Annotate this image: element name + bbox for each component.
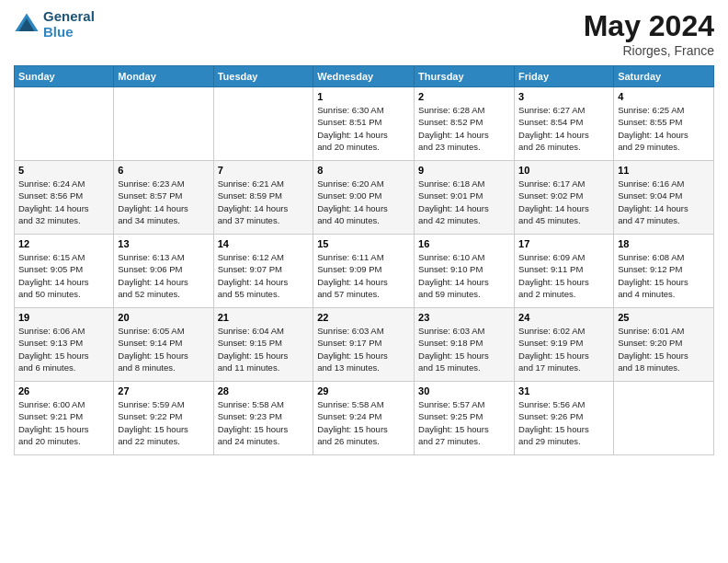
calendar-cell: 25Sunrise: 6:01 AM Sunset: 9:20 PM Dayli…: [614, 308, 714, 382]
calendar-container: General Blue May 2024 Riorges, France Su…: [0, 0, 728, 563]
logo: General Blue: [14, 9, 95, 40]
day-info: Sunrise: 6:18 AM Sunset: 9:01 PM Dayligh…: [418, 178, 510, 226]
day-info: Sunrise: 6:09 AM Sunset: 9:11 PM Dayligh…: [518, 251, 609, 300]
day-number: 30: [418, 385, 510, 396]
calendar-cell: 1Sunrise: 6:30 AM Sunset: 8:51 PM Daylig…: [313, 87, 415, 161]
day-info: Sunrise: 5:56 AM Sunset: 9:26 PM Dayligh…: [518, 398, 609, 447]
day-info: Sunrise: 6:00 AM Sunset: 9:21 PM Dayligh…: [18, 398, 109, 447]
calendar-cell: 29Sunrise: 5:58 AM Sunset: 9:24 PM Dayli…: [313, 382, 415, 455]
day-info: Sunrise: 6:15 AM Sunset: 9:05 PM Dayligh…: [18, 251, 109, 300]
day-number: 12: [18, 238, 109, 249]
calendar-cell: 9Sunrise: 6:18 AM Sunset: 9:01 PM Daylig…: [415, 161, 515, 235]
calendar-cell: 13Sunrise: 6:13 AM Sunset: 9:06 PM Dayli…: [114, 235, 213, 308]
day-info: Sunrise: 6:21 AM Sunset: 8:59 PM Dayligh…: [218, 178, 310, 226]
day-number: 23: [418, 312, 510, 323]
weekday-header-row: SundayMondayTuesdayWednesdayThursdayFrid…: [15, 66, 714, 87]
day-info: Sunrise: 5:58 AM Sunset: 9:24 PM Dayligh…: [317, 398, 410, 447]
day-info: Sunrise: 6:24 AM Sunset: 8:56 PM Dayligh…: [18, 178, 109, 226]
day-number: 1: [317, 91, 410, 102]
calendar-week-2: 5Sunrise: 6:24 AM Sunset: 8:56 PM Daylig…: [15, 161, 714, 235]
calendar-cell: 15Sunrise: 6:11 AM Sunset: 9:09 PM Dayli…: [313, 235, 415, 308]
day-number: 10: [518, 165, 609, 176]
day-number: 18: [618, 238, 710, 249]
calendar-cell: 21Sunrise: 6:04 AM Sunset: 9:15 PM Dayli…: [213, 308, 313, 382]
day-number: 8: [317, 165, 410, 176]
day-number: 11: [618, 165, 710, 176]
day-number: 2: [418, 91, 510, 102]
day-info: Sunrise: 5:59 AM Sunset: 9:22 PM Dayligh…: [118, 398, 209, 447]
day-number: 20: [118, 312, 209, 323]
weekday-header-monday: Monday: [114, 66, 213, 87]
day-number: 26: [18, 385, 109, 396]
day-info: Sunrise: 6:03 AM Sunset: 9:18 PM Dayligh…: [418, 325, 510, 373]
calendar-cell: 27Sunrise: 5:59 AM Sunset: 9:22 PM Dayli…: [114, 382, 213, 455]
day-info: Sunrise: 5:57 AM Sunset: 9:25 PM Dayligh…: [418, 398, 510, 447]
day-info: Sunrise: 6:11 AM Sunset: 9:09 PM Dayligh…: [317, 251, 410, 300]
day-number: 9: [418, 165, 510, 176]
calendar-cell: 3Sunrise: 6:27 AM Sunset: 8:54 PM Daylig…: [515, 87, 614, 161]
day-info: Sunrise: 6:06 AM Sunset: 9:13 PM Dayligh…: [18, 325, 109, 373]
day-info: Sunrise: 6:01 AM Sunset: 9:20 PM Dayligh…: [618, 325, 710, 373]
day-info: Sunrise: 6:16 AM Sunset: 9:04 PM Dayligh…: [618, 178, 710, 226]
day-number: 24: [518, 312, 609, 323]
day-number: 16: [418, 238, 510, 249]
day-number: 19: [18, 312, 109, 323]
calendar-cell: 7Sunrise: 6:21 AM Sunset: 8:59 PM Daylig…: [213, 161, 313, 235]
weekday-header-tuesday: Tuesday: [213, 66, 313, 87]
day-info: Sunrise: 6:12 AM Sunset: 9:07 PM Dayligh…: [218, 251, 310, 300]
day-number: 5: [18, 165, 109, 176]
calendar-week-4: 19Sunrise: 6:06 AM Sunset: 9:13 PM Dayli…: [15, 308, 714, 382]
day-number: 25: [618, 312, 710, 323]
day-info: Sunrise: 6:27 AM Sunset: 8:54 PM Dayligh…: [518, 104, 609, 153]
day-info: Sunrise: 6:20 AM Sunset: 9:00 PM Dayligh…: [317, 178, 410, 226]
day-number: 31: [518, 385, 609, 396]
logo-line2: Blue: [43, 25, 95, 40]
calendar-week-1: 1Sunrise: 6:30 AM Sunset: 8:51 PM Daylig…: [15, 87, 714, 161]
weekday-header-sunday: Sunday: [15, 66, 114, 87]
weekday-header-wednesday: Wednesday: [313, 66, 415, 87]
day-number: 29: [317, 385, 410, 396]
day-info: Sunrise: 6:10 AM Sunset: 9:10 PM Dayligh…: [418, 251, 510, 300]
day-number: 27: [118, 385, 209, 396]
day-number: 15: [317, 238, 410, 249]
calendar-cell: 5Sunrise: 6:24 AM Sunset: 8:56 PM Daylig…: [15, 161, 114, 235]
calendar-cell: 14Sunrise: 6:12 AM Sunset: 9:07 PM Dayli…: [213, 235, 313, 308]
day-info: Sunrise: 6:17 AM Sunset: 9:02 PM Dayligh…: [518, 178, 609, 226]
calendar-cell: 22Sunrise: 6:03 AM Sunset: 9:17 PM Dayli…: [313, 308, 415, 382]
calendar-cell: [614, 382, 714, 455]
calendar-cell: 11Sunrise: 6:16 AM Sunset: 9:04 PM Dayli…: [614, 161, 714, 235]
day-number: 17: [518, 238, 609, 249]
day-number: 7: [218, 165, 310, 176]
day-number: 22: [317, 312, 410, 323]
day-info: Sunrise: 6:13 AM Sunset: 9:06 PM Dayligh…: [118, 251, 209, 300]
day-info: Sunrise: 6:30 AM Sunset: 8:51 PM Dayligh…: [317, 104, 410, 153]
calendar-week-3: 12Sunrise: 6:15 AM Sunset: 9:05 PM Dayli…: [15, 235, 714, 308]
day-number: 4: [618, 91, 710, 102]
day-info: Sunrise: 6:28 AM Sunset: 8:52 PM Dayligh…: [418, 104, 510, 153]
calendar-cell: [213, 87, 313, 161]
title-block: May 2024 Riorges, France: [584, 9, 714, 58]
day-info: Sunrise: 6:25 AM Sunset: 8:55 PM Dayligh…: [618, 104, 710, 153]
calendar-cell: 17Sunrise: 6:09 AM Sunset: 9:11 PM Dayli…: [515, 235, 614, 308]
day-number: 28: [218, 385, 310, 396]
calendar-cell: 30Sunrise: 5:57 AM Sunset: 9:25 PM Dayli…: [415, 382, 515, 455]
calendar-cell: 16Sunrise: 6:10 AM Sunset: 9:10 PM Dayli…: [415, 235, 515, 308]
calendar-cell: 23Sunrise: 6:03 AM Sunset: 9:18 PM Dayli…: [415, 308, 515, 382]
day-number: 14: [218, 238, 310, 249]
weekday-header-saturday: Saturday: [614, 66, 714, 87]
logo-line1: General: [43, 9, 95, 25]
month-title: May 2024: [584, 9, 714, 43]
calendar-cell: 20Sunrise: 6:05 AM Sunset: 9:14 PM Dayli…: [114, 308, 213, 382]
calendar-cell: 2Sunrise: 6:28 AM Sunset: 8:52 PM Daylig…: [415, 87, 515, 161]
day-info: Sunrise: 6:02 AM Sunset: 9:19 PM Dayligh…: [518, 325, 609, 373]
calendar-table: SundayMondayTuesdayWednesdayThursdayFrid…: [14, 65, 714, 455]
calendar-cell: 10Sunrise: 6:17 AM Sunset: 9:02 PM Dayli…: [515, 161, 614, 235]
calendar-cell: 6Sunrise: 6:23 AM Sunset: 8:57 PM Daylig…: [114, 161, 213, 235]
weekday-header-thursday: Thursday: [415, 66, 515, 87]
calendar-cell: 12Sunrise: 6:15 AM Sunset: 9:05 PM Dayli…: [15, 235, 114, 308]
location: Riorges, France: [584, 43, 714, 58]
day-number: 3: [518, 91, 609, 102]
logo-icon: [14, 12, 40, 38]
calendar-cell: 26Sunrise: 6:00 AM Sunset: 9:21 PM Dayli…: [15, 382, 114, 455]
calendar-cell: [114, 87, 213, 161]
